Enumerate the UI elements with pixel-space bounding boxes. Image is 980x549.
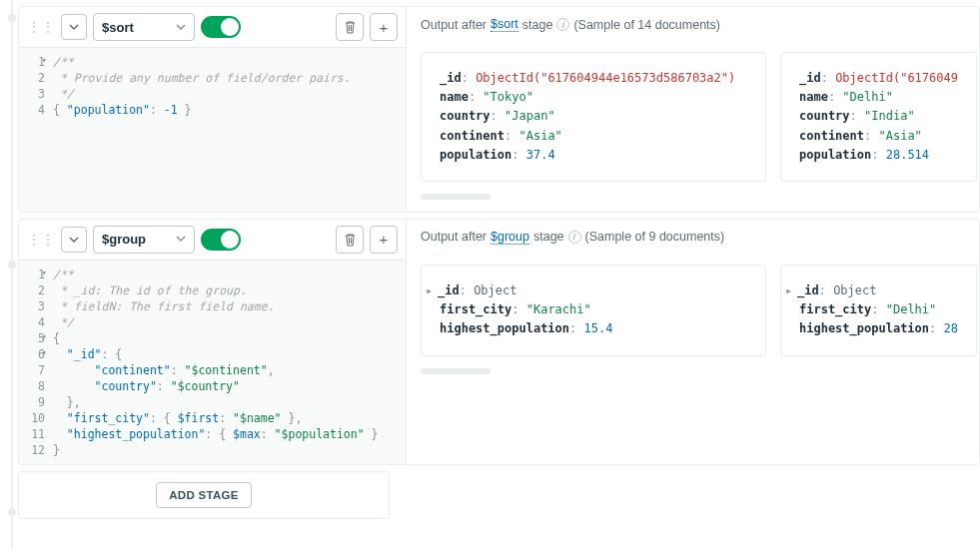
horizontal-scrollbar[interactable] xyxy=(421,368,490,374)
documents-row: ▸_id: Objectfirst_city: "Karachi"highest… xyxy=(407,255,979,360)
field-colon: : xyxy=(871,148,885,162)
fold-icon[interactable]: ▾ xyxy=(42,330,47,343)
drag-handle-icon[interactable]: ⋮⋮ xyxy=(27,19,55,35)
field-key: _id xyxy=(438,283,460,297)
timeline-dot xyxy=(8,14,16,22)
pipeline-stage: ⋮⋮$group+1▾2345▾6▾789101112/** * _id: Th… xyxy=(18,219,980,465)
drag-handle-icon[interactable]: ⋮⋮ xyxy=(27,232,55,248)
field-value: 28 xyxy=(944,321,958,335)
document-field: ▸_id: Object xyxy=(440,281,747,300)
field-value: Object xyxy=(474,283,516,297)
sample-count: (Sample of 14 documents) xyxy=(573,18,720,32)
field-key: _id xyxy=(797,283,819,297)
add-stage-after-button[interactable]: + xyxy=(370,226,398,254)
add-stage-button[interactable]: ADD STAGE xyxy=(156,482,252,508)
line-number: 10 xyxy=(19,410,45,426)
code-editor[interactable]: 1▾234/** * Provide any number of field/o… xyxy=(19,47,406,212)
line-number: 7 xyxy=(19,362,45,378)
stage-enabled-toggle[interactable] xyxy=(201,229,241,251)
info-icon[interactable]: i xyxy=(568,231,581,244)
stage-enabled-toggle[interactable] xyxy=(201,16,241,38)
stage-doc-link[interactable]: $group xyxy=(490,230,529,245)
pipeline-stage: ⋮⋮$sort+1▾234/** * Provide any number of… xyxy=(18,6,980,213)
field-key: _id xyxy=(440,71,462,85)
fold-icon[interactable]: ▾ xyxy=(42,267,47,279)
code-body[interactable]: /** * Provide any number of field/order … xyxy=(53,54,406,206)
field-colon: : xyxy=(819,283,833,297)
document-card: ▸_id: Objectfirst_city: "Delhi"highest_p… xyxy=(780,265,977,356)
document-field: country: "Japan" xyxy=(440,107,747,126)
documents-row: _id: ObjectId("617604944e16573d586703a2"… xyxy=(407,42,979,186)
collapse-button[interactable] xyxy=(61,14,87,40)
collapse-button[interactable] xyxy=(61,227,87,253)
document-field: population: 28.514 xyxy=(799,146,958,165)
stage-output-panel: Output after $group stage i (Sample of 9… xyxy=(407,220,979,464)
field-key: _id xyxy=(799,71,821,85)
expand-field-icon[interactable]: ▸ xyxy=(785,281,797,300)
document-field: population: 37.4 xyxy=(440,146,747,165)
expand-field-icon[interactable]: ▸ xyxy=(426,281,438,300)
stage-operator-select[interactable]: $group xyxy=(93,226,195,254)
horizontal-scrollbar[interactable] xyxy=(421,194,490,200)
code-body[interactable]: /** * _id: The id of the group. * fieldN… xyxy=(53,267,406,458)
field-colon: : xyxy=(929,321,943,335)
field-key: highest_population xyxy=(799,321,929,335)
stage-operator-select[interactable]: $sort xyxy=(93,13,195,41)
output-suffix: stage xyxy=(522,18,553,32)
output-header: Output after $sort stage i (Sample of 14… xyxy=(407,7,979,42)
line-number: 9 xyxy=(19,394,45,410)
field-key: name xyxy=(799,90,828,104)
document-field: first_city: "Karachi" xyxy=(440,300,747,319)
line-number: 1▾ xyxy=(19,54,45,70)
document-field: _id: ObjectId("6176049 xyxy=(799,69,958,88)
timeline-line xyxy=(11,0,13,549)
line-number: 2 xyxy=(19,70,45,86)
code-line: "country": "$country" xyxy=(53,378,398,394)
code-line: */ xyxy=(53,86,398,102)
stage-header: ⋮⋮$sort+ xyxy=(19,7,406,47)
fold-icon[interactable]: ▾ xyxy=(42,346,47,359)
field-colon: : xyxy=(469,90,483,104)
document-field: highest_population: 15.4 xyxy=(440,319,747,338)
field-value: ObjectId("6176049 xyxy=(835,71,958,85)
fold-icon[interactable]: ▾ xyxy=(42,54,47,67)
stage-output-panel: Output after $sort stage i (Sample of 14… xyxy=(407,7,979,212)
line-number: 12 xyxy=(19,442,45,458)
info-icon[interactable]: i xyxy=(556,18,569,31)
delete-stage-button[interactable] xyxy=(336,226,364,254)
field-value: "Karachi" xyxy=(526,302,591,316)
line-number: 4 xyxy=(19,314,45,330)
field-colon: : xyxy=(504,129,518,143)
code-line: /** xyxy=(53,54,398,70)
line-number: 3 xyxy=(19,86,45,102)
field-value: 37.4 xyxy=(526,148,555,162)
stage-editor-panel: ⋮⋮$group+1▾2345▾6▾789101112/** * _id: Th… xyxy=(19,220,407,464)
field-value: "Asia" xyxy=(518,129,561,143)
document-field: continent: "Asia" xyxy=(799,127,958,146)
delete-stage-button[interactable] xyxy=(336,13,364,41)
stage-doc-link[interactable]: $sort xyxy=(490,17,518,32)
output-prefix: Output after xyxy=(421,230,487,244)
field-key: first_city xyxy=(799,302,871,316)
field-value: "Japan" xyxy=(504,109,555,123)
document-field: name: "Tokyo" xyxy=(440,88,747,107)
document-field: _id: ObjectId("617604944e16573d586703a2"… xyxy=(440,69,747,88)
line-number: 5▾ xyxy=(19,330,45,346)
field-key: continent xyxy=(440,129,504,143)
toggle-knob xyxy=(221,231,239,249)
code-line: * Provide any number of field/order pair… xyxy=(53,70,398,86)
line-number: 8 xyxy=(19,378,45,394)
code-line: }, xyxy=(53,394,398,410)
document-field: name: "Delhi" xyxy=(799,88,958,107)
document-card: _id: ObjectId("617604944e16573d586703a2"… xyxy=(421,52,766,182)
code-line: } xyxy=(53,442,398,458)
document-field: first_city: "Delhi" xyxy=(799,300,958,319)
document-field: continent: "Asia" xyxy=(440,127,747,146)
code-editor[interactable]: 1▾2345▾6▾789101112/** * _id: The id of t… xyxy=(19,260,406,464)
stage-header: ⋮⋮$group+ xyxy=(19,220,406,260)
add-stage-after-button[interactable]: + xyxy=(370,13,398,41)
field-key: name xyxy=(440,90,469,104)
field-value: 28.514 xyxy=(886,148,929,162)
field-value: ObjectId("617604944e16573d586703a2") xyxy=(476,71,735,85)
field-value: "India" xyxy=(864,109,915,123)
